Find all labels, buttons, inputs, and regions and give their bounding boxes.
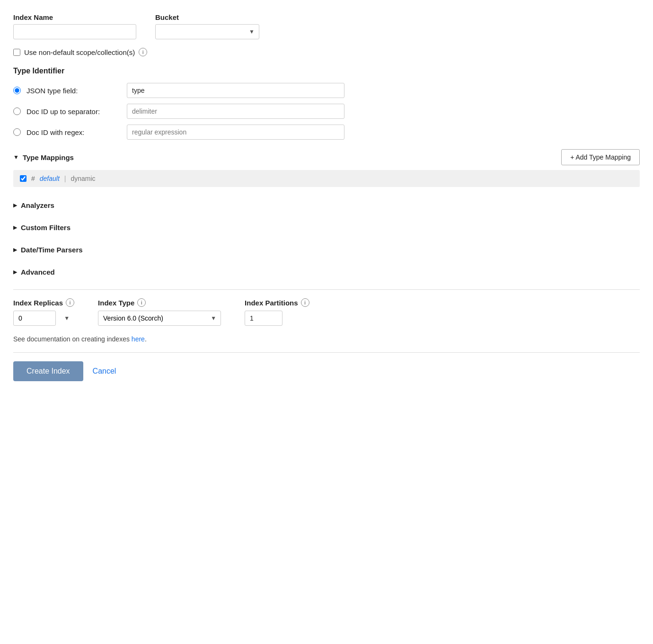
index-partitions-label: Index Partitions i: [245, 298, 309, 307]
type-mapping-row: # default | dynamic: [13, 170, 640, 187]
bucket-select[interactable]: [155, 24, 259, 39]
type-identifier-title: Type Identifier: [13, 67, 640, 75]
json-type-field-radio[interactable]: [13, 87, 21, 94]
index-replicas-chevron-icon: ▼: [64, 315, 70, 322]
index-type-select[interactable]: Version 6.0 (Scorch) Version 5.0 (Moss): [98, 311, 221, 326]
advanced-title: Advanced: [21, 268, 55, 276]
divider-2: [13, 352, 640, 353]
datetime-parsers-section: ▶ Date/Time Parsers: [13, 241, 640, 259]
scope-collection-checkbox[interactable]: [13, 49, 20, 56]
json-type-field-label: JSON type field:: [26, 87, 121, 95]
json-type-field-row: JSON type field:: [13, 83, 640, 98]
index-replicas-select-wrapper: 0 1 2 3 ▼: [13, 311, 74, 326]
doc-link-text-after: .: [145, 335, 147, 343]
analyzers-section: ▶ Analyzers: [13, 197, 640, 214]
index-partitions-info-icon: i: [301, 298, 309, 307]
bottom-actions: Create Index Cancel: [13, 361, 640, 381]
json-type-field-input[interactable]: [127, 83, 344, 98]
bucket-label: Bucket: [155, 13, 259, 21]
cancel-button[interactable]: Cancel: [93, 361, 116, 381]
scope-collection-info-icon: i: [139, 48, 147, 56]
analyzers-title: Analyzers: [21, 201, 54, 209]
custom-filters-title: Custom Filters: [21, 224, 71, 232]
doc-id-separator-row: Doc ID up to separator:: [13, 104, 640, 119]
datetime-parsers-header[interactable]: ▶ Date/Time Parsers: [13, 241, 640, 259]
index-partitions-input[interactable]: [245, 311, 282, 326]
datetime-parsers-arrow-icon: ▶: [13, 247, 17, 253]
custom-filters-header[interactable]: ▶ Custom Filters: [13, 219, 640, 236]
type-mappings-left: ▼ Type Mappings: [13, 153, 74, 161]
datetime-parsers-title: Date/Time Parsers: [21, 246, 83, 254]
doc-link-row: See documentation on creating indexes he…: [13, 335, 640, 343]
advanced-header[interactable]: ▶ Advanced: [13, 263, 640, 281]
analyzers-arrow-icon: ▶: [13, 202, 17, 208]
type-mappings-header: ▼ Type Mappings + Add Type Mapping: [13, 149, 640, 165]
type-mapping-checkbox[interactable]: [20, 175, 26, 182]
mapping-name: default: [40, 175, 60, 182]
index-type-select-wrapper: Version 6.0 (Scorch) Version 5.0 (Moss) …: [98, 311, 221, 326]
index-type-info-icon: i: [137, 298, 146, 307]
advanced-section: ▶ Advanced: [13, 263, 640, 281]
divider-1: [13, 289, 640, 290]
index-name-input[interactable]: [13, 24, 136, 39]
mapping-type: dynamic: [71, 175, 95, 182]
doc-id-regex-input[interactable]: [127, 125, 344, 140]
create-index-button[interactable]: Create Index: [13, 361, 83, 381]
doc-id-separator-label: Doc ID up to separator:: [26, 107, 121, 116]
doc-id-separator-radio[interactable]: [13, 107, 21, 115]
doc-id-regex-label: Doc ID with regex:: [26, 128, 121, 136]
index-type-label: Index Type i: [98, 298, 221, 307]
index-replicas-group: Index Replicas i 0 1 2 3 ▼: [13, 298, 74, 326]
index-replicas-info-icon: i: [66, 298, 74, 307]
doc-id-separator-input[interactable]: [127, 104, 344, 119]
add-type-mapping-button[interactable]: + Add Type Mapping: [561, 149, 640, 165]
index-partitions-group: Index Partitions i: [245, 298, 309, 326]
advanced-arrow-icon: ▶: [13, 269, 17, 275]
type-identifier-section: Type Identifier JSON type field: Doc ID …: [13, 67, 640, 140]
index-replicas-select[interactable]: 0 1 2 3: [13, 311, 56, 326]
scope-collection-row: Use non-default scope/collection(s) i: [13, 48, 640, 56]
index-type-group: Index Type i Version 6.0 (Scorch) Versio…: [98, 298, 221, 326]
custom-filters-section: ▶ Custom Filters: [13, 219, 640, 236]
doc-link-anchor[interactable]: here: [132, 335, 145, 343]
mapping-separator: |: [64, 175, 66, 182]
type-mappings-section: ▼ Type Mappings + Add Type Mapping # def…: [13, 149, 640, 187]
index-name-label: Index Name: [13, 13, 136, 21]
custom-filters-arrow-icon: ▶: [13, 224, 17, 231]
bucket-select-wrapper: ▼: [155, 24, 259, 39]
doc-id-regex-radio[interactable]: [13, 128, 21, 136]
scope-collection-label: Use non-default scope/collection(s): [24, 48, 135, 56]
type-mappings-collapse-icon[interactable]: ▼: [13, 154, 19, 161]
analyzers-header[interactable]: ▶ Analyzers: [13, 197, 640, 214]
bottom-fields-row: Index Replicas i 0 1 2 3 ▼ Index Type i …: [13, 298, 640, 326]
doc-link-text-before: See documentation on creating indexes: [13, 335, 132, 343]
index-replicas-label: Index Replicas i: [13, 298, 74, 307]
type-mappings-title: Type Mappings: [23, 153, 74, 161]
hash-icon: #: [31, 175, 35, 182]
doc-id-regex-row: Doc ID with regex:: [13, 125, 640, 140]
